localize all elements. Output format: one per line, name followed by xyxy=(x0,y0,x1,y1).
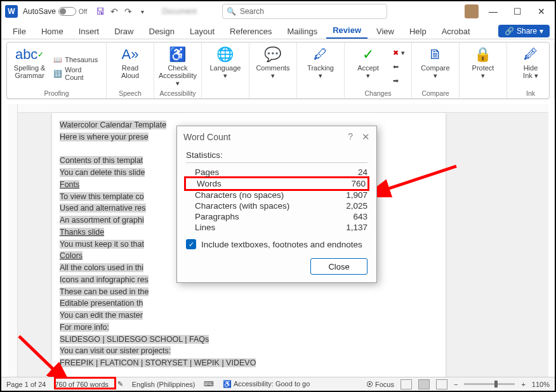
status-accessibility[interactable]: ♿ Accessibility: Good to go xyxy=(223,380,310,388)
share-button[interactable]: 🔗 Share ▾ xyxy=(498,25,550,37)
hide-ink-button[interactable]: 🖉HideInk ▾ xyxy=(512,45,549,88)
close-button[interactable]: ✕ xyxy=(532,3,551,20)
word-count-dialog: Word Count ? ✕ Statistics: Pages24 Words… xyxy=(176,126,377,283)
group-proofing: abc✓ Spelling &Grammar 📖Thesaurus 🔢Word … xyxy=(7,42,107,98)
next-icon: ➡ xyxy=(393,77,399,85)
tab-mailings[interactable]: Mailings xyxy=(281,24,324,39)
stat-chars-nospace: Characters (no spaces)1,907 xyxy=(186,190,367,200)
ribbon-tabs: File Home Insert Draw Design Layout Refe… xyxy=(1,22,555,39)
accept-icon: ✓ xyxy=(362,46,374,63)
accept-button[interactable]: ✓Accept▾ xyxy=(350,45,387,88)
document-title: Document xyxy=(162,7,197,16)
toggle-switch[interactable] xyxy=(58,7,76,16)
accessibility-icon: ♿ xyxy=(169,46,186,63)
status-proofing-icon[interactable]: ✎ xyxy=(117,380,123,388)
group-protect: 🔒Protect▾ xyxy=(460,42,507,98)
read-mode-button[interactable] xyxy=(400,379,412,389)
user-avatar[interactable] xyxy=(465,4,479,18)
zoom-level[interactable]: 110% xyxy=(532,381,550,388)
reject-button[interactable]: ✖▾ xyxy=(392,46,406,59)
search-placeholder: Search xyxy=(240,7,264,16)
dialog-close-icon[interactable]: ✕ xyxy=(362,131,370,143)
spelling-icon: abc✓ xyxy=(15,46,44,63)
autosave-state: Off xyxy=(79,8,87,15)
comments-button[interactable]: 💬Comments▾ xyxy=(255,45,291,96)
tab-home[interactable]: Home xyxy=(35,24,70,39)
search-input[interactable]: 🔍 Search xyxy=(222,4,387,19)
read-aloud-icon: A» xyxy=(122,46,139,63)
tab-view[interactable]: View xyxy=(370,24,400,39)
stat-words: Words760 xyxy=(184,176,369,191)
tab-layout[interactable]: Layout xyxy=(183,24,221,39)
protect-button[interactable]: 🔒Protect▾ xyxy=(465,45,501,96)
vertical-ruler xyxy=(8,104,18,377)
checkbox-checked-icon[interactable]: ✓ xyxy=(186,239,196,249)
status-page[interactable]: Page 1 of 24 xyxy=(6,381,46,388)
print-layout-button[interactable] xyxy=(418,379,430,389)
status-language[interactable]: English (Philippines) xyxy=(132,381,195,388)
minimize-button[interactable]: — xyxy=(484,3,503,20)
tab-acrobat[interactable]: Acrobat xyxy=(435,24,477,39)
tab-review[interactable]: Review xyxy=(326,23,367,39)
group-language: 🌐Language▾ xyxy=(202,42,249,98)
qat-dropdown-icon[interactable]: ▾ xyxy=(135,4,149,18)
ribbon: abc✓ Spelling &Grammar 📖Thesaurus 🔢Word … xyxy=(6,42,550,99)
wordcount-icon: 🔢 xyxy=(53,70,62,78)
save-icon[interactable]: 🖫 xyxy=(93,4,107,18)
stat-chars-space: Characters (with spaces)2,025 xyxy=(186,200,367,211)
web-layout-button[interactable] xyxy=(436,379,447,389)
status-bar: Page 1 of 24 760 of 760 words ✎ English … xyxy=(1,377,555,391)
zoom-slider[interactable] xyxy=(464,383,515,385)
spelling-grammar-button[interactable]: abc✓ Spelling &Grammar xyxy=(12,45,47,88)
tab-design[interactable]: Design xyxy=(143,24,181,39)
tab-insert[interactable]: Insert xyxy=(72,24,106,39)
thesaurus-icon: 📖 xyxy=(53,56,62,64)
next-change-button[interactable]: ➡ xyxy=(392,74,406,87)
tab-references[interactable]: References xyxy=(223,24,278,39)
prev-change-button[interactable]: ⬅ xyxy=(392,60,406,73)
check-accessibility-button[interactable]: ♿CheckAccessibility ▾ xyxy=(159,45,196,88)
lock-icon: 🔒 xyxy=(474,46,491,63)
undo-icon[interactable]: ↶ xyxy=(107,4,121,18)
thesaurus-button[interactable]: 📖Thesaurus xyxy=(52,53,101,66)
statistics-label: Statistics: xyxy=(186,150,367,163)
language-button[interactable]: 🌐Language▾ xyxy=(207,45,244,96)
group-tracking: 🖊Tracking▾ xyxy=(297,42,345,98)
stat-lines: Lines1,137 xyxy=(186,222,367,233)
status-predictions-icon[interactable]: ⌨ xyxy=(204,380,214,388)
horizontal-ruler xyxy=(18,104,548,113)
tracking-button[interactable]: 🖊Tracking▾ xyxy=(302,45,339,96)
zoom-out-button[interactable]: − xyxy=(454,381,458,388)
compare-button[interactable]: 🗎Compare▾ xyxy=(417,45,454,88)
title-bar: W AutoSave Off 🖫 ↶ ↷ ▾ Document 🔍 Search… xyxy=(1,1,555,22)
word-count-button[interactable]: 🔢Word Count xyxy=(52,67,101,80)
checkbox-label: Include textboxes, footnotes and endnote… xyxy=(201,240,362,249)
language-icon: 🌐 xyxy=(216,46,234,63)
tab-draw[interactable]: Draw xyxy=(108,24,140,39)
prev-icon: ⬅ xyxy=(393,63,399,71)
focus-mode-button[interactable]: ⦿ Focus xyxy=(366,381,394,388)
comments-icon: 💬 xyxy=(264,46,281,63)
tab-file[interactable]: File xyxy=(6,24,32,39)
autosave-toggle[interactable]: AutoSave Off xyxy=(23,7,87,16)
include-checkbox-row[interactable]: ✓ Include textboxes, footnotes and endno… xyxy=(186,239,367,249)
search-icon: 🔍 xyxy=(227,7,236,16)
group-ink: 🖉HideInk ▾ Ink xyxy=(507,42,555,98)
group-accessibility: ♿CheckAccessibility ▾ Accessibility xyxy=(154,42,202,98)
word-app-icon: W xyxy=(5,5,18,18)
dialog-close-button[interactable]: Close xyxy=(310,258,367,275)
stat-paragraphs: Paragraphs643 xyxy=(186,211,367,222)
redo-icon[interactable]: ↷ xyxy=(121,4,135,18)
status-wordcount[interactable]: 760 of 760 words xyxy=(55,381,108,388)
zoom-in-button[interactable]: + xyxy=(521,381,525,388)
maximize-button[interactable]: ☐ xyxy=(508,3,527,20)
dialog-title: Word Count xyxy=(183,132,230,142)
reject-icon: ✖ xyxy=(393,49,399,57)
compare-icon: 🗎 xyxy=(428,46,442,63)
tab-help[interactable]: Help xyxy=(403,24,433,39)
tracking-icon: 🖊 xyxy=(314,46,328,63)
read-aloud-button[interactable]: A»ReadAloud xyxy=(112,45,149,88)
ink-icon: 🖉 xyxy=(524,46,538,63)
dialog-titlebar[interactable]: Word Count ? ✕ xyxy=(177,126,376,148)
help-icon[interactable]: ? xyxy=(348,131,353,143)
